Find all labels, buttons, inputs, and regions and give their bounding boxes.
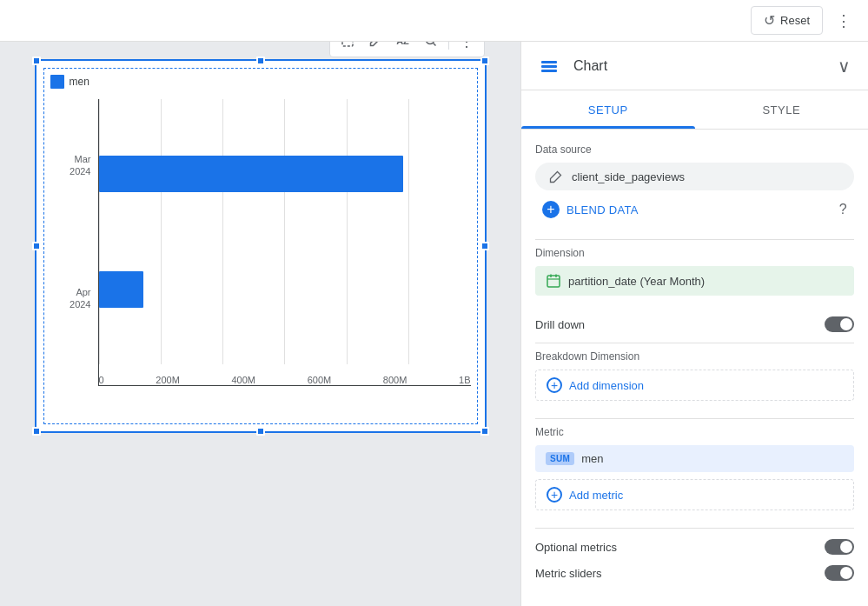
- drill-down-toggle[interactable]: [825, 316, 854, 332]
- blend-plus-icon: +: [542, 201, 560, 218]
- tab-setup[interactable]: SETUP: [521, 90, 695, 129]
- y-axis: Mar 2024 Apr 2024: [50, 99, 98, 386]
- panel-tabs: SETUP STYLE: [521, 90, 868, 130]
- handle-ml[interactable]: [32, 242, 41, 250]
- metric-value: men: [581, 452, 603, 465]
- help-icon[interactable]: ?: [839, 202, 847, 217]
- legend-color-swatch: [50, 75, 64, 89]
- handle-bl[interactable]: [32, 427, 41, 436]
- datasource-item[interactable]: client_side_pageviews: [535, 163, 854, 190]
- svg-rect-6: [547, 276, 560, 287]
- separator-2: [535, 343, 854, 343]
- add-metric-label: Add metric: [569, 489, 623, 502]
- y-label-apr: Apr 2024: [70, 287, 90, 310]
- chart-toolbar: AZ ⋮: [329, 42, 485, 57]
- metric-sliders-row: Metric sliders: [535, 562, 854, 584]
- panel-title: Chart: [573, 58, 824, 74]
- pencil-icon: [549, 170, 563, 183]
- x-label-1b: 1B: [459, 375, 470, 385]
- datasource-name: client_side_pageviews: [572, 170, 685, 183]
- panel-header: Chart ∨: [521, 42, 868, 90]
- separator-3: [535, 418, 854, 419]
- panel-content: Data source client_side_pageviews + BLEN…: [521, 130, 868, 606]
- add-dimension-label: Add dimension: [569, 379, 644, 392]
- canvas-area: AZ ⋮ men: [0, 42, 520, 606]
- metric-sliders-toggle[interactable]: [825, 565, 854, 581]
- chart-more-button[interactable]: ⋮: [454, 42, 479, 53]
- blend-data-button[interactable]: + BLEND DATA ?: [535, 197, 854, 222]
- main-toolbar: ↺ Reset ⋮: [0, 0, 868, 42]
- x-label-800m: 800M: [383, 375, 407, 385]
- dimension-text: partition_date (Year Month): [568, 275, 705, 288]
- dimension-label: Dimension: [535, 247, 854, 259]
- y-label-mar: Mar 2024: [70, 154, 90, 176]
- right-panel: Chart ∨ SETUP STYLE Data source client_s…: [520, 42, 868, 606]
- chart-more-icon: ⋮: [459, 42, 474, 49]
- more-options-button[interactable]: ⋮: [830, 7, 858, 35]
- svg-line-2: [433, 43, 435, 46]
- metric-item[interactable]: SUM men: [535, 445, 854, 472]
- sum-badge: SUM: [546, 452, 574, 465]
- handle-bc[interactable]: [256, 427, 265, 436]
- svg-rect-3: [541, 61, 557, 63]
- add-metric-icon: +: [547, 487, 562, 503]
- reset-label: Reset: [780, 14, 810, 27]
- chart-widget[interactable]: AZ ⋮ men: [35, 59, 487, 433]
- bar-row-mar: [99, 143, 471, 204]
- metric-sliders-label: Metric sliders: [535, 567, 602, 580]
- svg-rect-4: [541, 65, 557, 68]
- legend-label: men: [70, 76, 89, 88]
- edit-tool-button[interactable]: [363, 42, 388, 53]
- separator-4: [535, 528, 854, 529]
- calendar-icon: [546, 273, 561, 289]
- reset-button[interactable]: ↺ Reset: [751, 6, 823, 35]
- dimension-section: Dimension partition_date (Year Month): [535, 247, 854, 296]
- breakdown-dimension-section: Breakdown Dimension + Add dimension: [535, 350, 854, 401]
- x-label-600m: 600M: [308, 375, 332, 385]
- add-dimension-button[interactable]: + Add dimension: [535, 370, 854, 401]
- dimension-item[interactable]: partition_date (Year Month): [535, 266, 854, 296]
- chart-legend: men: [50, 75, 471, 89]
- sort-icon: AZ: [396, 42, 409, 46]
- select-tool-button[interactable]: [335, 42, 360, 53]
- add-metric-button[interactable]: + Add metric: [535, 479, 854, 510]
- breakdown-dimension-label: Breakdown Dimension: [535, 350, 854, 363]
- x-label-200m: 200M: [156, 375, 180, 385]
- sort-tool-button[interactable]: AZ: [391, 42, 415, 53]
- data-source-label: Data source: [535, 143, 854, 156]
- x-axis: 0 200M 400M 600M 800M 1B: [99, 364, 471, 385]
- zoom-tool-button[interactable]: [419, 42, 443, 53]
- drill-down-label: Drill down: [535, 318, 585, 331]
- bar-apr[interactable]: [99, 271, 143, 308]
- bars-area: [99, 99, 471, 364]
- handle-tl[interactable]: [32, 57, 41, 65]
- undo-icon: ↺: [764, 12, 775, 29]
- drill-down-row: Drill down: [535, 313, 854, 336]
- separator-1: [535, 239, 854, 240]
- svg-rect-5: [541, 70, 557, 72]
- handle-tc[interactable]: [256, 57, 265, 65]
- handle-mr[interactable]: [480, 242, 489, 250]
- metric-section: Metric SUM men + Add metric: [535, 426, 854, 510]
- bar-row-apr: [99, 259, 471, 320]
- blend-data-label: BLEND DATA: [567, 203, 639, 216]
- data-source-section: Data source client_side_pageviews + BLEN…: [535, 143, 854, 222]
- x-label-400m: 400M: [231, 375, 255, 385]
- bar-mar[interactable]: [99, 156, 404, 192]
- svg-rect-0: [342, 42, 353, 46]
- panel-collapse-button[interactable]: ∨: [834, 52, 854, 80]
- optional-metrics-row: Optional metrics: [535, 536, 854, 558]
- optional-metrics-toggle[interactable]: [825, 539, 854, 555]
- handle-tr[interactable]: [480, 57, 489, 65]
- metric-label: Metric: [535, 426, 854, 438]
- toolbar-divider: [448, 42, 449, 50]
- chart-plot: Mar 2024 Apr 2024: [50, 99, 471, 386]
- add-dimension-icon: +: [547, 377, 562, 393]
- handle-br[interactable]: [480, 427, 489, 436]
- optional-metrics-label: Optional metrics: [535, 541, 617, 554]
- chart-body: 0 200M 400M 600M 800M 1B: [98, 99, 471, 386]
- main-layout: AZ ⋮ men: [0, 42, 868, 606]
- tab-style[interactable]: STYLE: [695, 90, 869, 129]
- x-label-0: 0: [99, 375, 104, 385]
- chart-panel-icon: [535, 52, 563, 80]
